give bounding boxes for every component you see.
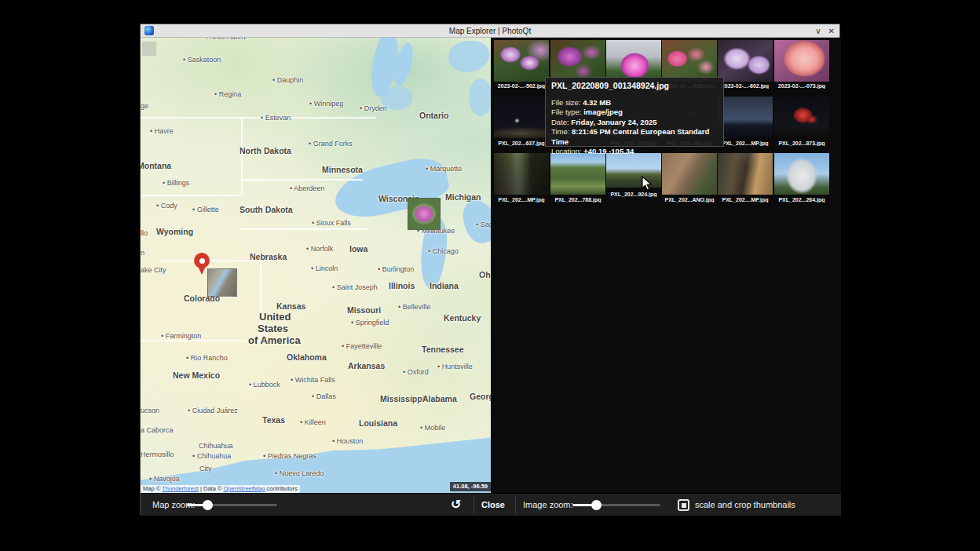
map-state-tennessee: Tennessee [422,345,464,354]
photo-filename-label: 2023-02-...-602.jpg [718,83,773,89]
photo-filename-label: PXL_202...637.jpg [494,140,549,146]
map-city-gillette: Gillette [192,206,219,213]
border-co-nm [141,340,260,341]
photo-thumbnail[interactable] [774,97,829,138]
photo-filename-label: PXL_202....MP.jpg [718,140,773,146]
openstreetmap-link[interactable]: OpenStreetMap [224,485,265,492]
tooltip-line: Time: 8:21:45 PM Central European Standa… [551,127,718,147]
checkbox-check-mark [682,503,686,508]
map-city-belleville: Belleville [398,303,430,311]
photo-thumbnail[interactable] [494,153,549,195]
border-sd-ne [241,228,367,230]
photo-thumbnail[interactable] [774,153,829,195]
map-state-michigan: Michigan [445,192,481,202]
thumbnail-grid-panel[interactable]: 2023-02-...-502.jpg2023-02-...-532.jpg20… [491,38,841,493]
map-city-huntsville: Huntsville [437,363,473,370]
scale-crop-checkbox[interactable] [678,499,689,511]
photo-thumbnail[interactable] [606,40,661,82]
map-city-chihuahua: Chihuahua [199,442,233,450]
map-pin-icon[interactable] [194,253,210,276]
photo-thumbnail[interactable] [718,97,773,138]
photo-filename-label: PXL_202...ANO.jpg [662,197,717,203]
map-state-illinois: Illinois [389,281,415,290]
border-mt-nd [241,117,243,195]
map-city-regina: Regina [214,90,241,98]
tooltip-line: File size: 4.32 MB [551,98,718,108]
photo-thumbnail[interactable] [550,40,605,82]
photo-thumbnail[interactable] [550,153,605,195]
bottom-toolbar: Map zoom: ↺ Close Image zoom: scale and … [141,493,841,516]
window-titlebar[interactable]: Map Explorer | PhotoQt ∨ ✕ [141,24,839,38]
photoqt-app-icon [144,26,154,35]
map-city-springfield: Springfield [351,319,389,327]
photo-thumbnail[interactable] [662,153,717,195]
map-state-minnesota: Minnesota [322,165,363,174]
map-city-lincoln: Lincoln [311,265,338,272]
photo-thumbnail[interactable] [662,40,717,82]
map-city-marquette: Marquette [426,165,462,173]
map-city-wichita-falls: Wichita Falls [291,376,335,384]
map-city-fayetteville: Fayetteville [342,342,382,350]
map-state-arkansas: Arkansas [348,361,385,370]
map-city-ciudad-ju-rez: Ciudad Juárez [188,407,238,414]
photo-filename-label: PXL_202....MP.jpg [494,197,549,203]
map-state-wyoming: Wyoming [156,227,193,236]
map-city-dryden: Dryden [360,104,387,112]
map-zoom-slider[interactable] [187,504,277,506]
photo-thumbnail[interactable] [494,97,549,138]
map-country-line: of America [248,334,301,346]
photo-thumbnail[interactable] [718,40,773,82]
image-zoom-label: Image zoom: [523,494,573,516]
map-city-sag: Sag [476,221,491,228]
window-collapse-icon[interactable]: ∨ [815,24,821,38]
image-zoom-slider-knob[interactable] [591,500,602,510]
photo-filename-label: PXL_202...924.jpg [606,192,661,197]
map-state-ontario: Ontario [419,111,448,120]
window-close-icon[interactable]: ✕ [828,24,835,38]
map-city-killeen: Killeen [300,418,326,426]
map-city-nuevo-laredo: Nuevo Laredo [275,469,324,477]
photo-thumbnail[interactable] [606,153,661,188]
photo-thumbnail[interactable] [494,40,549,82]
reset-map-icon[interactable]: ↺ [451,494,461,516]
map-city-billings: Billings [163,179,189,187]
map-state-iowa: Iowa [349,244,368,254]
close-button[interactable]: Close [481,494,505,516]
scale-crop-label[interactable]: scale and crop thumbnails [695,494,795,516]
mouse-cursor-icon [642,176,653,192]
map-city-chicago: Chicago [428,247,459,255]
map-city-chihuahua: Chihuahua [192,452,231,460]
map-state-indiana: Indiana [430,281,459,290]
map-city-rio-rancho: Rio Rancho [186,354,228,362]
map-photo-marker-mountain[interactable] [207,268,237,297]
map-state-kansas: Kansas [276,301,305,311]
photo-filename-label: PXL_202...264.jpg [774,197,829,203]
window-title: Map Explorer | PhotoQt [141,27,839,35]
map-state-north-dakota: North Dakota [240,146,291,155]
photo-filename-label: PXL_202....MP.jpg [718,197,773,203]
thunderforest-link[interactable]: Thunderforest [162,485,199,492]
border-nd-sd [241,179,363,181]
map-city-mobile: Mobile [420,424,445,432]
map-state-mississippi: Mississippi [380,394,425,403]
map-state-new-mexico: New Mexico [173,370,220,380]
tooltip-line: Date: Friday, January 24, 2025 [551,118,718,128]
map-canvas[interactable]: OntarioNorth DakotaMontanaMinnesotaMichi… [141,38,491,493]
photo-thumbnail[interactable] [718,153,773,195]
image-zoom-slider[interactable] [572,504,660,506]
map-photo-marker-flower[interactable] [408,198,441,230]
tooltip-line: Location: +40.19 -105.34 [551,147,718,157]
map-zoom-slider-knob[interactable] [203,500,213,510]
map-state-south-dakota: South Dakota [240,205,293,214]
map-explorer-window: Map Explorer | PhotoQt ∨ ✕ [140,24,840,515]
photo-thumbnail[interactable] [774,40,829,82]
map-tile-placeholder [142,42,156,56]
map-state-oklahoma: Oklahoma [287,352,327,362]
map-city-burlington: Burlington [378,265,414,273]
map-city-dallas: Dallas [312,392,336,400]
map-city-ucson: ucson [141,407,159,414]
map-city-farmington: Farmington [161,332,201,340]
map-state-alabama: Alabama [422,394,457,403]
map-state-texas: Texas [262,415,285,425]
map-city-piedras-negras: Piedras Negras [263,452,316,460]
